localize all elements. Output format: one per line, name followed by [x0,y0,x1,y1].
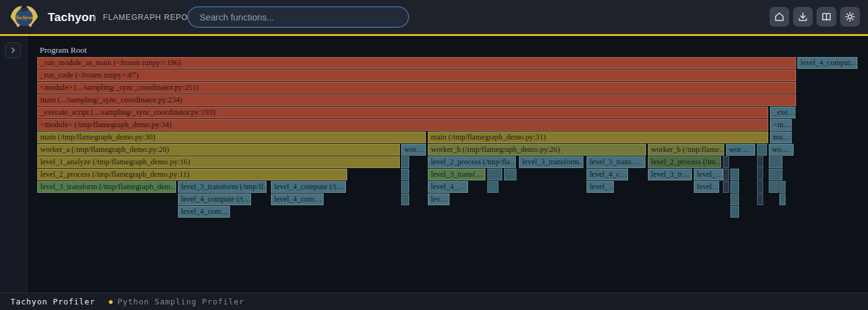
flame-bar[interactable] [769,156,782,168]
flame-bar[interactable]: level_2_process (/tm… [648,156,721,168]
flame-bar[interactable]: level_1_analyze (/tmp/flamegraph_demo.py… [37,156,400,168]
flame-bar[interactable]: _run_module_as_main (<frozen runpy>:196) [37,57,796,69]
flame-bar[interactable] [779,193,786,205]
flame-bar[interactable] [757,181,763,193]
footer-subtitle: Python Sampling Profiler [117,297,244,306]
flame-bar[interactable]: level_4_compute (/t… [178,193,251,205]
home-icon [774,11,785,22]
app: Program Root _run_module_as_main (<froze… [0,0,868,310]
header: Tachyon Tachyon FLAMEGRAPH REPORT [0,0,868,34]
flame-bar[interactable] [757,169,763,180]
footer-app-name: Tachyon Profiler [11,297,95,306]
flame-bar[interactable] [730,206,739,218]
search-box [187,6,409,28]
flame-bar[interactable] [730,181,739,193]
flame-bar[interactable]: level_4_compute (/t… [271,181,346,193]
flame-bar[interactable] [487,181,498,193]
flame-bar[interactable] [723,181,729,193]
flame-bar[interactable]: level_4_com… [271,193,324,205]
svg-text:Tachyon: Tachyon [16,15,33,20]
flame-bar[interactable]: worker_b (/tmp/flamegraph_demo.py:26) [428,144,646,156]
flame-bar[interactable]: level_4_… [428,181,468,193]
search-input[interactable] [187,6,409,28]
flame-bar[interactable]: <module> (.../sampling/_sync_coordinator… [37,82,796,94]
flame-bar[interactable]: level_3_transform… [519,156,583,168]
flame-bar[interactable] [504,169,516,180]
flame-bar[interactable] [723,169,729,180]
flame-bar[interactable]: _exe… [770,107,795,118]
header-actions [769,7,860,27]
header-divider [94,9,95,24]
flame-bar[interactable]: level_4_com… [178,206,230,218]
sidebar [0,36,27,293]
app-logo: Tachyon [9,2,40,32]
flame-bar[interactable] [769,169,782,180]
flame-bar[interactable]: main (.../sampling/_sync_coordinator.py:… [37,94,796,106]
flame-bar[interactable]: level_… [694,169,723,180]
status-bar: Tachyon Profiler ● Python Sampling Profi… [0,293,868,310]
flame-bar[interactable]: wo… [769,144,794,156]
flame-bar[interactable]: level_2_process (/tmp/flamegraph_demo.py… [37,169,347,180]
report-type-label: FLAMEGRAPH REPORT [103,13,199,22]
download-icon [797,11,808,22]
flame-bar[interactable]: level_2_process (/tmp/fla… [428,156,516,168]
flame-bar[interactable]: ma… [770,131,792,143]
chevron-right-icon [9,46,17,54]
download-button[interactable] [793,7,813,27]
sidebar-expand-button[interactable] [5,42,21,58]
flame-bar[interactable]: worker_b (/tmp/flame… [648,144,724,156]
status-dot: ● [108,298,112,305]
flame-bar[interactable]: worker_a (/tmp/flamegraph_demo.py:20) [37,144,400,156]
flame-bar[interactable]: level_3_transf… [428,169,485,180]
flame-bar[interactable]: level_3_tr… [648,169,692,180]
flame-bar[interactable]: _execute_script (.../sampling/_sync_coor… [37,107,768,118]
flame-bar[interactable] [757,156,763,168]
flame-bar[interactable]: wor… [726,144,755,156]
flame-bar[interactable]: _run_code (<frozen runpy>:87) [37,69,796,81]
accent-divider [0,34,868,36]
flame-bar[interactable] [401,156,409,168]
flame-bar[interactable] [723,156,729,168]
flame-bar[interactable]: <module> (/tmp/flamegraph_demo.py:34) [37,119,768,131]
flame-bar[interactable]: level_4_c… [587,169,628,180]
flame-bar[interactable]: level_3_transform (/tmp/flamegraph_dem… [37,181,176,193]
flame-bar[interactable]: <m… [770,119,792,131]
docs-button[interactable] [817,7,836,27]
flamegraph: Program Root _run_module_as_main (<froze… [0,0,868,310]
flame-bar[interactable] [730,169,739,180]
flame-bar[interactable]: wor… [401,144,426,156]
flame-bar[interactable] [769,181,779,193]
theme-toggle-button[interactable] [840,7,860,27]
flame-bar[interactable] [730,193,739,205]
app-title: Tachyon [48,11,96,24]
flame-bar[interactable]: level_4_comput… [797,57,857,69]
flame-bar[interactable]: level_3_transform (/tmp/fl… [178,181,267,193]
flame-bar[interactable]: main (/tmp/flamegraph_demo.py:31) [428,131,768,143]
flame-bar[interactable]: level_… [587,181,614,193]
flame-bar[interactable] [757,193,763,205]
flame-bar[interactable]: lev… [428,193,450,205]
flamegraph-root-label: Program Root [40,45,87,55]
flame-bar[interactable] [779,181,786,193]
home-button[interactable] [769,7,789,27]
sun-icon [844,11,856,22]
flame-bar[interactable]: main (/tmp/flamegraph_demo.py:30) [37,131,426,143]
flame-bar[interactable] [757,144,767,156]
book-icon [821,11,832,22]
flame-bar[interactable]: level_3_trans… [587,156,645,168]
flame-bar[interactable] [401,181,409,193]
flame-bar[interactable] [401,193,409,205]
flame-bar[interactable]: level… [694,181,719,193]
flame-bar[interactable] [487,169,502,180]
flame-bar[interactable] [401,169,409,180]
